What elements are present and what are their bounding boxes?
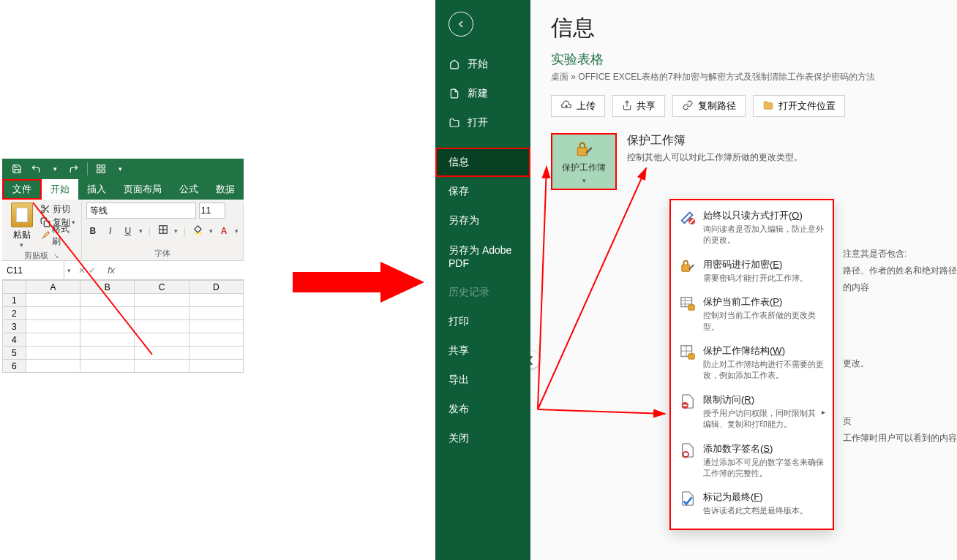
page-title: 信息	[551, 13, 937, 43]
tab-insert[interactable]: 插入	[78, 179, 115, 200]
tab-data[interactable]: 数据	[207, 179, 244, 200]
sidebar-item-save[interactable]: 保存	[435, 177, 530, 206]
menu-item-mark-final[interactable]: 标记为最终(F) 告诉读者此文档是最终版本。	[671, 486, 833, 523]
sidebar-item-home[interactable]: 开始	[435, 50, 530, 79]
sidebar-item-save-pdf[interactable]: 另存为 Adobe PDF	[435, 235, 530, 278]
column-header[interactable]: D	[189, 281, 243, 294]
row-header[interactable]: 3	[3, 320, 26, 333]
svg-marker-15	[293, 262, 424, 303]
row-header[interactable]: 4	[3, 333, 26, 347]
tab-layout[interactable]: 页面布局	[115, 179, 170, 200]
spreadsheet-grid[interactable]: A B C D 1 2 3 4 5 6	[2, 280, 244, 373]
sidebar-item-save-as[interactable]: 另存为	[435, 206, 530, 235]
lock-key-icon	[574, 140, 593, 159]
sidebar-item-label: 打开	[468, 116, 488, 129]
scissors-icon	[40, 203, 51, 215]
format-painter-label: 格式刷	[52, 223, 77, 248]
font-name-select[interactable]	[86, 203, 196, 219]
name-box[interactable]	[2, 261, 64, 279]
column-header[interactable]: B	[80, 281, 135, 294]
touch-mode-icon[interactable]	[92, 160, 110, 178]
font-size-select[interactable]	[199, 203, 225, 219]
open-location-label: 打开文件位置	[778, 99, 836, 113]
svg-line-35	[538, 168, 646, 409]
border-button[interactable]	[157, 224, 170, 237]
undo-icon[interactable]	[27, 160, 45, 178]
folder-open-icon	[449, 117, 460, 129]
back-button[interactable]	[449, 12, 473, 37]
italic-button[interactable]: I	[104, 226, 117, 236]
sidebar-item-info[interactable]: 信息	[435, 148, 530, 177]
share-button[interactable]: 共享	[612, 95, 665, 117]
undo-dropdown-icon[interactable]: ▾	[46, 160, 64, 178]
font-color-button[interactable]: A	[217, 226, 230, 236]
paste-button[interactable]: 粘贴 ▾	[7, 203, 37, 249]
cut-button[interactable]: 剪切	[40, 203, 77, 216]
row-header[interactable]: 6	[3, 360, 26, 373]
copy-path-button[interactable]: 复制路径	[672, 95, 746, 117]
row-header[interactable]: 2	[3, 307, 26, 320]
share-icon	[622, 100, 632, 113]
select-all-corner[interactable]	[3, 281, 26, 294]
sidebar-item-open[interactable]: 打开	[435, 108, 530, 137]
sidebar-item-label: 导出	[449, 374, 469, 387]
bold-button[interactable]: B	[86, 226, 100, 236]
document-path: 桌面 » OFFICE EXCEL表格的7种加密与解密方式及强制清除工作表保护密…	[551, 71, 937, 83]
fx-icon[interactable]: fx	[100, 265, 122, 276]
tab-home[interactable]: 开始	[42, 179, 78, 200]
clipboard-group: 粘贴 ▾ 剪切 复制 ▾	[2, 203, 82, 260]
quick-access-toolbar: ▾ ▾	[2, 159, 244, 179]
menu-item-readonly[interactable]: 始终以只读方式打开(O) 询问读者是否加入编辑，防止意外的更改。	[671, 205, 833, 254]
open-location-button[interactable]: 打开文件位置	[753, 95, 845, 117]
redo-icon[interactable]	[65, 160, 83, 178]
upload-button[interactable]: 上传	[551, 95, 605, 117]
menu-item-protect-sheet[interactable]: 保护当前工作表(P) 控制对当前工作表所做的更改类型。	[671, 291, 833, 340]
enter-formula-icon[interactable]: ✓	[89, 265, 96, 276]
sidebar-item-print[interactable]: 打印	[435, 307, 530, 336]
svg-rect-9	[44, 221, 50, 227]
format-painter-button[interactable]: 格式刷	[40, 229, 77, 242]
tab-formula[interactable]: 公式	[170, 179, 207, 200]
sidebar-item-new[interactable]: 新建	[435, 79, 530, 108]
protect-button-label: 保护工作簿	[562, 162, 606, 174]
svg-rect-13	[195, 233, 203, 235]
copy-icon	[40, 216, 51, 228]
qat-separator	[87, 162, 88, 175]
excel-window-snippet: ▾ ▾ 文件 开始 插入 页面布局 公式 数据 粘贴 ▾	[2, 159, 244, 373]
column-header[interactable]: C	[135, 281, 189, 294]
tab-file[interactable]: 文件	[2, 179, 42, 200]
home-icon	[449, 58, 460, 70]
menu-item-encrypt[interactable]: 用密码进行加密(E) 需要密码才能打开此工作簿。	[671, 254, 833, 291]
save-icon[interactable]	[8, 160, 26, 178]
sidebar-item-label: 开始	[468, 58, 488, 71]
menu-item-protect-structure[interactable]: 保护工作簿结构(W) 防止对工作簿结构进行不需要的更改，例如添加工作表。	[671, 340, 833, 389]
svg-line-8	[44, 208, 45, 209]
qat-customize-icon[interactable]: ▾	[111, 160, 129, 178]
namebox-dropdown-icon[interactable]: ▾	[64, 267, 74, 274]
svg-line-36	[538, 409, 665, 414]
cancel-formula-icon[interactable]: ✕	[78, 265, 86, 276]
column-header[interactable]: A	[26, 281, 80, 294]
sidebar-item-export[interactable]: 导出	[435, 366, 530, 395]
svg-rect-1	[102, 165, 105, 168]
underline-button[interactable]: U	[121, 226, 135, 236]
dialog-launcher-icon[interactable]: ↘	[53, 252, 59, 260]
step-arrow-icon	[293, 262, 424, 303]
collapse-chevron-icon[interactable]: ❮	[530, 351, 539, 368]
sidebar-item-close[interactable]: 关闭	[435, 424, 530, 453]
sidebar-item-publish[interactable]: 发布	[435, 395, 530, 424]
menu-item-restrict-access[interactable]: 限制访问(R) 授予用户访问权限，同时限制其编辑、复制和打印能力。 ▸	[671, 389, 833, 438]
certificate-icon	[678, 442, 697, 461]
row-header[interactable]: 5	[3, 347, 26, 360]
svg-line-7	[47, 210, 49, 212]
menu-item-digital-signature[interactable]: 添加数字签名(S) 通过添加不可见的数字签名来确保工作簿的完整性。	[671, 438, 833, 487]
fill-color-button[interactable]	[192, 224, 205, 237]
sidebar-item-share[interactable]: 共享	[435, 336, 530, 366]
formula-bar-buttons: ✕ ✓	[74, 265, 100, 276]
ribbon: 粘贴 ▾ 剪切 复制 ▾	[2, 200, 244, 261]
copy-path-label: 复制路径	[698, 99, 736, 113]
row-header[interactable]: 1	[3, 294, 26, 307]
protect-workbook-button[interactable]: 保护工作簿 ▾	[551, 133, 617, 190]
document-name: 实验表格	[551, 50, 937, 68]
backstage-content: ❮ 信息 实验表格 桌面 » OFFICE EXCEL表格的7种加密与解密方式及…	[530, 0, 957, 560]
